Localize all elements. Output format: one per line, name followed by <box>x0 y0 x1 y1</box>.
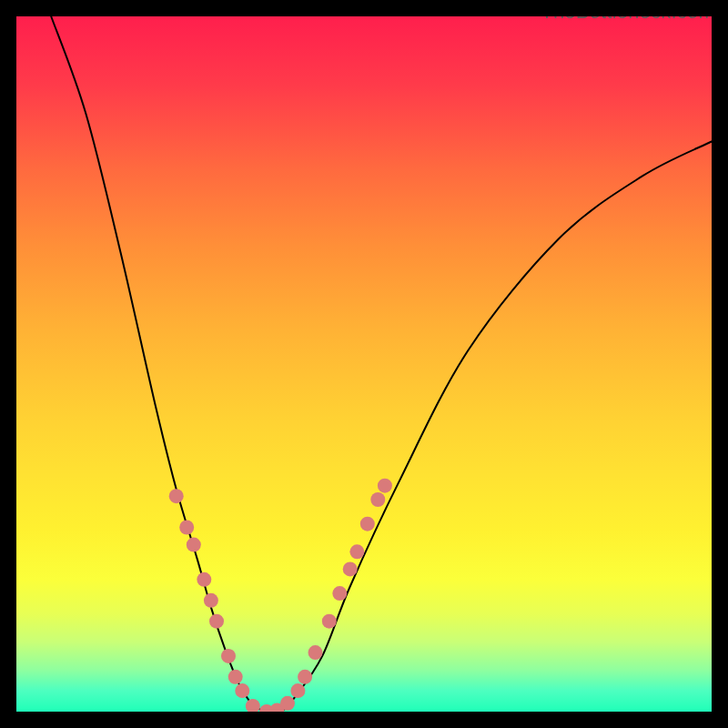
curve-marker <box>322 614 337 629</box>
curve-marker <box>298 670 312 684</box>
curve-marker <box>343 561 358 576</box>
curve-marker <box>235 683 249 698</box>
curve-marker <box>349 544 364 559</box>
curve-marker <box>204 593 218 608</box>
curve-marker <box>378 479 392 493</box>
curve-marker <box>308 645 323 660</box>
curve-marker <box>169 489 184 503</box>
chart-stage: TheBottleneck.com <box>0 0 728 728</box>
curve-marker <box>221 649 236 663</box>
curve-marker <box>370 492 385 507</box>
curve-marker <box>179 521 194 535</box>
plot-area <box>16 16 712 712</box>
curve-marker <box>197 572 211 587</box>
curve-marker <box>187 538 201 552</box>
curve-marker <box>332 586 347 601</box>
chart-svg <box>16 16 712 712</box>
bottleneck-curve <box>51 16 712 713</box>
curve-marker <box>360 517 375 531</box>
curve-marker <box>209 614 224 629</box>
curve-marker <box>290 683 305 698</box>
curve-marker <box>280 696 295 711</box>
curve-marker <box>228 670 243 684</box>
curve-markers <box>169 479 392 719</box>
curve-marker <box>246 699 260 713</box>
watermark-text: TheBottleneck.com <box>541 0 715 24</box>
